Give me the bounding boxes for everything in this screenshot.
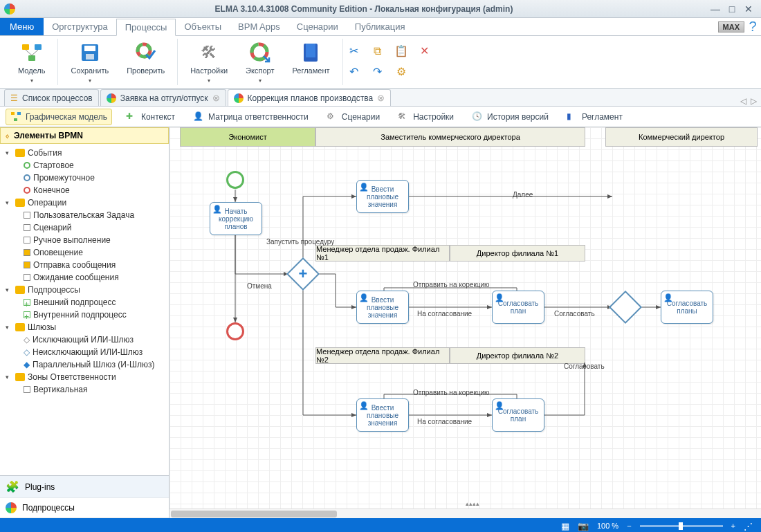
- tree-vertical-lane[interactable]: Вертикальная: [1, 383, 167, 396]
- canvas-viewport[interactable]: Экономист Заместитель коммерческого дире…: [169, 127, 761, 518]
- tree-notify[interactable]: Оповещение: [1, 246, 167, 259]
- model-button[interactable]: Модель ▾: [15, 40, 48, 85]
- doctab-process-list[interactable]: ☰ Список процессов: [4, 89, 99, 106]
- delete-icon[interactable]: ✕: [418, 44, 432, 58]
- tree-or-gw[interactable]: ◇Неисключающий ИЛИ-Шлюз: [1, 346, 167, 358]
- zoom-slider[interactable]: [640, 525, 723, 527]
- help-button[interactable]: ?: [744, 18, 761, 35]
- sidebar-plugins[interactable]: 🧩 Plug-ins: [0, 476, 169, 498]
- start-event[interactable]: [226, 171, 244, 189]
- minimize-button[interactable]: —: [707, 3, 724, 15]
- maximize-button[interactable]: □: [724, 3, 740, 15]
- lane-deputy[interactable]: Заместитель коммерческого директора: [315, 127, 585, 147]
- sidebar: ⬨ Элементы BPMN ▾События Стартовое Проме…: [0, 127, 169, 518]
- resize-grip-icon[interactable]: ⋰: [744, 521, 753, 531]
- tree-operations[interactable]: ▾Операции: [1, 196, 167, 209]
- collapse-handle-icon[interactable]: ▴▴▴▴: [466, 500, 479, 507]
- menu-orgstructure[interactable]: Оргструктура: [44, 18, 116, 35]
- vtab-graphic[interactable]: Графическая модель: [6, 109, 112, 125]
- task-agree-plan-2[interactable]: 👤Согласовать план: [492, 398, 544, 432]
- tree-int-sub[interactable]: +Внутренний подпроцесс: [1, 309, 167, 321]
- menu-scenarios[interactable]: Сценарии: [288, 18, 347, 35]
- doctab-vacation[interactable]: Заявка на отгул/отпуск ⊗: [100, 89, 226, 106]
- parallel-gateway-1[interactable]: +: [286, 257, 320, 291]
- vtab-context[interactable]: ✚ Контекст: [122, 109, 179, 125]
- scrollbar-thumb[interactable]: [171, 511, 337, 517]
- doctab-close-icon[interactable]: ⊗: [377, 93, 385, 103]
- tree-intermediate-event[interactable]: Промежуточное: [1, 172, 167, 184]
- vtab-settings[interactable]: 🛠 Настройки: [394, 109, 458, 125]
- save-button[interactable]: Сохранить ▾: [68, 40, 111, 85]
- settings-button[interactable]: 🛠 Настройки ▾: [187, 40, 230, 85]
- cut-icon[interactable]: ✂: [347, 44, 361, 58]
- tree-script[interactable]: Сценарий: [1, 221, 167, 234]
- zoom-value: 100 %: [597, 522, 618, 530]
- doctab-correction[interactable]: Коррекция планов производства ⊗: [228, 89, 392, 106]
- vtab-history[interactable]: 🕓 История версий: [468, 109, 553, 125]
- tree-lanes[interactable]: ▾Зоны Ответственности: [1, 371, 167, 383]
- undo-icon[interactable]: ↶: [347, 65, 361, 79]
- end-event[interactable]: [226, 322, 244, 340]
- copy-icon[interactable]: ⧉: [371, 44, 385, 58]
- tree-xor-gw[interactable]: ◇Исключающий ИЛИ-Шлюз: [1, 333, 167, 346]
- vtab-scenarios[interactable]: ⚙ Сценарии: [322, 109, 384, 125]
- bpmn-tree[interactable]: ▾События Стартовое Промежуточное Конечно…: [0, 144, 169, 475]
- zoom-in-button[interactable]: +: [731, 522, 735, 530]
- tab-nav-right-icon[interactable]: ▷: [751, 96, 757, 106]
- task-start-correction[interactable]: 👤Начать коррекцию планов: [210, 202, 262, 235]
- parallel-gateway-2[interactable]: [609, 291, 642, 324]
- menu-button[interactable]: Меню: [0, 18, 44, 35]
- vtab-reglament[interactable]: ▮ Регламент: [562, 109, 627, 125]
- horizontal-scrollbar[interactable]: [169, 508, 761, 518]
- sidebar-subprocesses[interactable]: Подпроцессы: [0, 498, 169, 518]
- bpmn-icon: ⬨: [5, 131, 10, 140]
- menu-bpmapps[interactable]: BPM Apps: [230, 18, 288, 35]
- lane-economist[interactable]: Экономист: [180, 127, 315, 147]
- vtab-matrix[interactable]: 👤 Матрица ответственности: [189, 109, 313, 125]
- menu-processes[interactable]: Процессы: [116, 19, 176, 36]
- sublane-dir1[interactable]: Директор филиала №1: [450, 245, 585, 262]
- task-agree-plans[interactable]: 👤Согласовать планы: [661, 291, 713, 324]
- tree-wait[interactable]: Ожидание сообщения: [1, 271, 167, 284]
- tree-gateways[interactable]: ▾Шлюзы: [1, 321, 167, 333]
- task-enter-plan-1[interactable]: 👤Ввести плановые значения: [356, 291, 409, 324]
- task-enter-plan-2[interactable]: 👤Ввести плановые значения: [356, 398, 409, 432]
- doctab-close-icon[interactable]: ⊗: [212, 93, 220, 103]
- tree-send[interactable]: Отправка сообщения: [1, 259, 167, 271]
- title-bar: ELMA 3.10.4.31008 Community Edition - Ло…: [0, 0, 761, 18]
- tree-ext-sub[interactable]: +Внешний подпроцесс: [1, 296, 167, 309]
- puzzle-icon: 🧩: [6, 480, 19, 493]
- label-send-correction-1: Отправить на корекцию: [413, 281, 490, 288]
- export-button[interactable]: Экспорт ▾: [243, 40, 277, 85]
- label-agree-1: Согласовать: [554, 310, 595, 318]
- tree-end-event[interactable]: Конечное: [1, 184, 167, 196]
- task-enter-plan-top[interactable]: 👤Ввести плановые значения: [356, 180, 409, 213]
- tree-start-event[interactable]: Стартовое: [1, 159, 167, 172]
- check-button[interactable]: Проверить: [124, 40, 167, 76]
- user-icon: 👤: [193, 111, 204, 122]
- sublane-mgr1[interactable]: Менеджер отдела продаж. Филиал №1: [315, 245, 450, 262]
- lane-commercial[interactable]: Коммерческий директор: [605, 127, 758, 147]
- menu-objects[interactable]: Объекты: [176, 18, 230, 35]
- gear-icon[interactable]: ⚙: [394, 65, 408, 79]
- reglament-button[interactable]: Регламент: [289, 40, 332, 76]
- sublane-dir2[interactable]: Директор филиала №2: [450, 347, 585, 364]
- camera-icon[interactable]: 📷: [578, 521, 589, 531]
- tab-nav-left-icon[interactable]: ◁: [740, 96, 746, 106]
- tree-and-gw[interactable]: ◆Параллельный Шлюз (И-Шлюз): [1, 358, 167, 371]
- paste-icon[interactable]: 📋: [394, 44, 408, 58]
- tree-subprocesses[interactable]: ▾Подпроцессы: [1, 284, 167, 296]
- close-button[interactable]: ✕: [740, 3, 757, 15]
- svg-rect-11: [306, 44, 315, 57]
- tree-manual[interactable]: Ручное выполнение: [1, 234, 167, 246]
- menu-publication[interactable]: Публикация: [347, 18, 414, 35]
- tree-user-task[interactable]: Пользовательская Задача: [1, 209, 167, 221]
- task-agree-plan-1[interactable]: 👤Согласовать план: [492, 291, 544, 324]
- zoom-out-button[interactable]: −: [627, 522, 631, 530]
- grid-icon[interactable]: ▦: [561, 521, 569, 531]
- bpmn-canvas[interactable]: Экономист Заместитель коммерческого дире…: [169, 127, 761, 515]
- tree-events[interactable]: ▾События: [1, 147, 167, 159]
- redo-icon[interactable]: ↷: [371, 65, 385, 79]
- svg-rect-14: [14, 118, 17, 121]
- sublane-mgr2[interactable]: Менеджер отдела продаж. Филиал №2: [315, 347, 450, 364]
